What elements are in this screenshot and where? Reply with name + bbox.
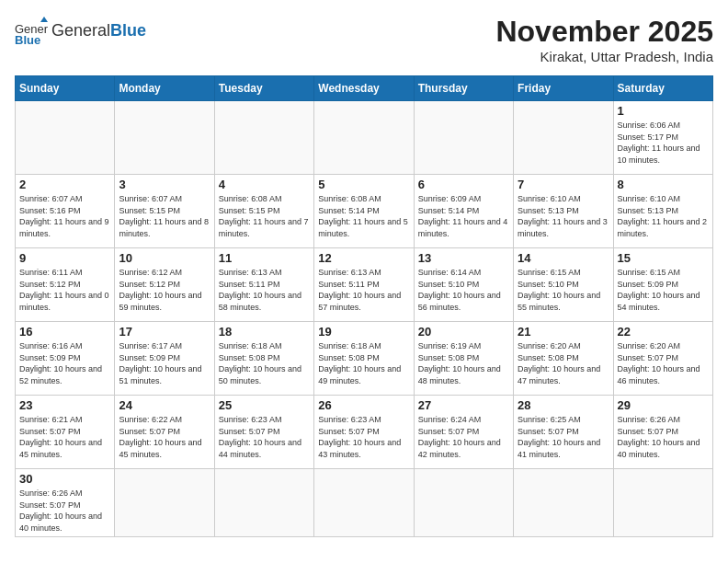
day-info: Sunrise: 6:17 AMSunset: 5:09 PMDaylight:… (119, 340, 210, 386)
day-cell-23: 23 Sunrise: 6:21 AMSunset: 5:07 PMDaylig… (16, 396, 115, 469)
header-saturday: Saturday (613, 76, 712, 101)
empty-cell (214, 469, 313, 537)
day-info: Sunrise: 6:16 AMSunset: 5:09 PMDaylight:… (19, 340, 110, 386)
day-number: 10 (119, 251, 210, 265)
day-cell-30: 30 Sunrise: 6:26 AMSunset: 5:07 PMDaylig… (16, 469, 115, 537)
day-number: 1 (618, 104, 709, 118)
header-monday: Monday (115, 76, 214, 101)
table-row: 2 Sunrise: 6:07 AMSunset: 5:16 PMDayligh… (16, 175, 713, 248)
empty-cell (314, 469, 414, 537)
header-wednesday: Wednesday (314, 76, 414, 101)
empty-cell (115, 101, 214, 175)
empty-cell (514, 469, 613, 537)
day-cell-24: 24 Sunrise: 6:22 AMSunset: 5:07 PMDaylig… (115, 396, 214, 469)
day-number: 26 (318, 398, 409, 412)
day-cell-2: 2 Sunrise: 6:07 AMSunset: 5:16 PMDayligh… (16, 175, 115, 248)
table-row: 23 Sunrise: 6:21 AMSunset: 5:07 PMDaylig… (16, 396, 713, 469)
day-number: 11 (219, 251, 310, 265)
day-number: 24 (119, 398, 210, 412)
day-info: Sunrise: 6:18 AMSunset: 5:08 PMDaylight:… (219, 340, 310, 386)
header-friday: Friday (514, 76, 613, 101)
day-number: 3 (119, 178, 210, 191)
day-number: 27 (418, 398, 509, 412)
day-info: Sunrise: 6:07 AMSunset: 5:15 PMDaylight:… (119, 193, 210, 239)
day-cell-18: 18 Sunrise: 6:18 AMSunset: 5:08 PMDaylig… (214, 322, 313, 396)
table-row: 16 Sunrise: 6:16 AMSunset: 5:09 PMDaylig… (16, 322, 713, 396)
day-info: Sunrise: 6:08 AMSunset: 5:14 PMDaylight:… (318, 193, 409, 239)
day-info: Sunrise: 6:20 AMSunset: 5:07 PMDaylight:… (618, 340, 709, 386)
day-number: 22 (618, 325, 709, 339)
day-info: Sunrise: 6:23 AMSunset: 5:07 PMDaylight:… (219, 414, 310, 460)
svg-text:Blue: Blue (15, 33, 40, 47)
logo-general: General (51, 21, 110, 40)
location: Kirakat, Uttar Pradesh, India (495, 49, 713, 64)
day-cell-16: 16 Sunrise: 6:16 AMSunset: 5:09 PMDaylig… (16, 322, 115, 396)
day-cell-3: 3 Sunrise: 6:07 AMSunset: 5:15 PMDayligh… (115, 175, 214, 248)
title-block: November 2025 Kirakat, Uttar Pradesh, In… (495, 15, 713, 64)
day-info: Sunrise: 6:18 AMSunset: 5:08 PMDaylight:… (318, 340, 409, 386)
day-info: Sunrise: 6:25 AMSunset: 5:07 PMDaylight:… (518, 414, 609, 460)
day-cell-1: 1 Sunrise: 6:06 AMSunset: 5:17 PMDayligh… (613, 101, 712, 175)
day-info: Sunrise: 6:11 AMSunset: 5:12 PMDaylight:… (19, 267, 110, 313)
day-info: Sunrise: 6:26 AMSunset: 5:07 PMDaylight:… (618, 414, 709, 460)
day-number: 8 (618, 178, 709, 191)
header-sunday: Sunday (16, 76, 115, 101)
logo-icon: General Blue (15, 15, 48, 48)
day-number: 19 (318, 325, 409, 339)
day-cell-6: 6 Sunrise: 6:09 AMSunset: 5:14 PMDayligh… (414, 175, 513, 248)
day-number: 6 (418, 178, 509, 191)
day-cell-26: 26 Sunrise: 6:23 AMSunset: 5:07 PMDaylig… (314, 396, 414, 469)
day-cell-28: 28 Sunrise: 6:25 AMSunset: 5:07 PMDaylig… (514, 396, 613, 469)
day-info: Sunrise: 6:26 AMSunset: 5:07 PMDaylight:… (19, 488, 110, 534)
day-info: Sunrise: 6:13 AMSunset: 5:11 PMDaylight:… (219, 267, 310, 313)
empty-cell (314, 101, 414, 175)
page-header: General Blue GeneralBlue November 2025 K… (15, 15, 713, 64)
day-number: 2 (19, 178, 110, 191)
day-cell-9: 9 Sunrise: 6:11 AMSunset: 5:12 PMDayligh… (16, 248, 115, 322)
day-cell-4: 4 Sunrise: 6:08 AMSunset: 5:15 PMDayligh… (214, 175, 313, 248)
day-cell-22: 22 Sunrise: 6:20 AMSunset: 5:07 PMDaylig… (613, 322, 712, 396)
day-number: 18 (219, 325, 310, 339)
day-number: 21 (518, 325, 609, 339)
day-cell-19: 19 Sunrise: 6:18 AMSunset: 5:08 PMDaylig… (314, 322, 414, 396)
empty-cell (115, 469, 214, 537)
day-number: 23 (19, 398, 110, 412)
month-title: November 2025 (495, 15, 713, 49)
day-cell-10: 10 Sunrise: 6:12 AMSunset: 5:12 PMDaylig… (115, 248, 214, 322)
day-cell-25: 25 Sunrise: 6:23 AMSunset: 5:07 PMDaylig… (214, 396, 313, 469)
day-number: 28 (518, 398, 609, 412)
day-number: 25 (219, 398, 310, 412)
day-cell-13: 13 Sunrise: 6:14 AMSunset: 5:10 PMDaylig… (414, 248, 513, 322)
day-number: 15 (618, 251, 709, 265)
day-cell-11: 11 Sunrise: 6:13 AMSunset: 5:11 PMDaylig… (214, 248, 313, 322)
day-number: 14 (518, 251, 609, 265)
day-cell-27: 27 Sunrise: 6:24 AMSunset: 5:07 PMDaylig… (414, 396, 513, 469)
day-info: Sunrise: 6:10 AMSunset: 5:13 PMDaylight:… (518, 193, 609, 239)
table-row: 9 Sunrise: 6:11 AMSunset: 5:12 PMDayligh… (16, 248, 713, 322)
logo: General Blue GeneralBlue (15, 15, 146, 48)
day-cell-7: 7 Sunrise: 6:10 AMSunset: 5:13 PMDayligh… (514, 175, 613, 248)
day-info: Sunrise: 6:22 AMSunset: 5:07 PMDaylight:… (119, 414, 210, 460)
day-cell-20: 20 Sunrise: 6:19 AMSunset: 5:08 PMDaylig… (414, 322, 513, 396)
table-row: 30 Sunrise: 6:26 AMSunset: 5:07 PMDaylig… (16, 469, 713, 537)
day-info: Sunrise: 6:09 AMSunset: 5:14 PMDaylight:… (418, 193, 509, 239)
day-info: Sunrise: 6:07 AMSunset: 5:16 PMDaylight:… (19, 193, 110, 239)
day-number: 17 (119, 325, 210, 339)
day-number: 29 (618, 398, 709, 412)
day-number: 13 (418, 251, 509, 265)
day-info: Sunrise: 6:06 AMSunset: 5:17 PMDaylight:… (618, 120, 709, 166)
empty-cell (16, 101, 115, 175)
day-info: Sunrise: 6:21 AMSunset: 5:07 PMDaylight:… (19, 414, 110, 460)
header-tuesday: Tuesday (214, 76, 313, 101)
day-info: Sunrise: 6:23 AMSunset: 5:07 PMDaylight:… (318, 414, 409, 460)
header-thursday: Thursday (414, 76, 513, 101)
day-info: Sunrise: 6:13 AMSunset: 5:11 PMDaylight:… (318, 267, 409, 313)
day-cell-29: 29 Sunrise: 6:26 AMSunset: 5:07 PMDaylig… (613, 396, 712, 469)
day-cell-8: 8 Sunrise: 6:10 AMSunset: 5:13 PMDayligh… (613, 175, 712, 248)
day-cell-15: 15 Sunrise: 6:15 AMSunset: 5:09 PMDaylig… (613, 248, 712, 322)
empty-cell (514, 101, 613, 175)
empty-cell (613, 469, 712, 537)
day-info: Sunrise: 6:08 AMSunset: 5:15 PMDaylight:… (219, 193, 310, 239)
day-number: 16 (19, 325, 110, 339)
day-info: Sunrise: 6:24 AMSunset: 5:07 PMDaylight:… (418, 414, 509, 460)
